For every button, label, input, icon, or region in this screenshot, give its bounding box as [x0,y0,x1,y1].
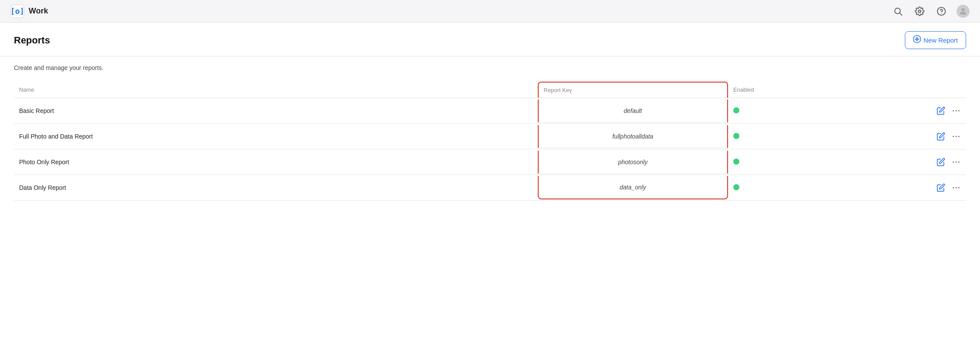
help-button[interactable] [935,5,948,18]
enabled-dot [733,133,739,139]
enabled-cell [728,124,804,149]
report-name-cell: Basic Report [14,98,538,124]
edit-icon [937,158,945,166]
svg-line-3 [900,13,902,15]
page-header: Reports New Report [0,23,980,56]
settings-button[interactable] [913,5,926,18]
edit-button[interactable] [937,106,945,115]
report-name-cell: Photo Only Report [14,149,538,175]
col-header-report-key: Report Key [538,82,728,98]
table-row: Data Only Reportdata_only [14,175,966,201]
col-header-enabled: Enabled [728,82,804,98]
svg-point-4 [918,10,921,13]
edit-button[interactable] [937,183,945,192]
edit-icon [937,183,945,192]
edit-icon [937,132,945,141]
actions-cell [804,175,966,201]
edit-button[interactable] [937,132,945,141]
svg-point-13 [958,110,960,112]
nav-logo: [o] Work [10,4,48,18]
more-button[interactable] [951,157,961,167]
settings-icon [915,7,924,16]
col-header-name: Name [14,82,538,98]
report-name-cell: Full Photo and Data Report [14,124,538,149]
account-button[interactable] [957,5,970,18]
table-row: Full Photo and Data Reportfullphotoallda… [14,124,966,149]
svg-point-18 [956,162,957,163]
report-key-header-cell: Report Key [538,82,728,98]
enabled-cell [728,98,804,124]
search-button[interactable] [891,5,904,18]
report-key-value: data_only [538,176,728,199]
table-container: Name Report Key Enabled Basic Reportdefa… [0,71,980,201]
report-key-value: fullphotoalldata [538,125,728,148]
more-icon [951,132,961,141]
enabled-dot [733,184,739,190]
svg-point-15 [956,136,957,137]
actions-group [809,132,961,141]
svg-point-16 [958,136,960,137]
page-subtitle: Create and manage your reports. [0,56,980,71]
table-row: Photo Only Reportphotosonly [14,149,966,175]
more-button[interactable] [951,132,961,141]
svg-point-20 [953,187,954,189]
enabled-cell [728,149,804,175]
nav-title: Work [29,7,48,16]
new-report-button[interactable]: New Report [905,31,966,49]
svg-point-19 [958,162,960,163]
actions-group [809,106,961,116]
report-name-cell: Data Only Report [14,175,538,201]
more-icon [951,183,961,192]
actions-group [809,157,961,167]
logo-icon: [o] [10,4,24,18]
table-header-row: Name Report Key Enabled [14,82,966,98]
report-key-cell: photosonly [538,149,728,175]
svg-text:[o]: [o] [10,7,24,16]
more-button[interactable] [951,106,961,116]
svg-point-17 [953,162,954,163]
report-key-cell: default [538,98,728,124]
enabled-dot [733,159,739,165]
edit-button[interactable] [937,158,945,166]
svg-point-22 [958,187,960,189]
report-key-cell: data_only [538,175,728,201]
enabled-dot [733,107,739,113]
actions-cell [804,149,966,175]
svg-point-21 [956,187,957,189]
help-icon [937,7,946,16]
table-body: Basic Reportdefault Full Photo and Da [14,98,966,201]
svg-point-11 [953,110,954,112]
more-icon [951,157,961,167]
page-title: Reports [14,35,50,46]
reports-table: Name Report Key Enabled Basic Reportdefa… [14,82,966,201]
edit-icon [937,106,945,115]
col-header-actions [804,82,966,98]
more-button[interactable] [951,183,961,192]
top-nav: [o] Work [0,0,980,23]
svg-point-14 [953,136,954,137]
report-key-value: photosonly [538,151,728,174]
account-icon [958,7,968,16]
actions-cell [804,124,966,149]
report-key-cell: fullphotoalldata [538,124,728,149]
search-icon [893,7,903,16]
actions-group [809,183,961,192]
new-report-label: New Report [924,36,958,44]
plus-icon [913,35,921,45]
svg-point-7 [961,8,964,11]
more-icon [951,106,961,116]
svg-point-12 [956,110,957,112]
actions-cell [804,98,966,124]
nav-icons [891,5,970,18]
report-key-value: default [538,99,728,123]
enabled-cell [728,175,804,201]
table-row: Basic Reportdefault [14,98,966,124]
